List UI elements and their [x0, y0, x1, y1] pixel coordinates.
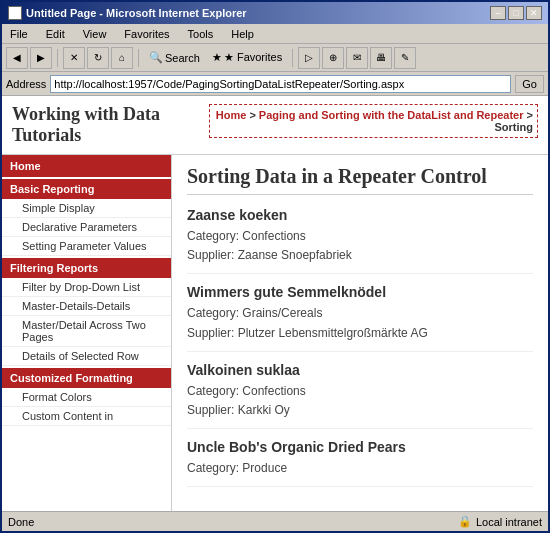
ie-icon: e: [8, 6, 22, 20]
sidebar-section-filtering-reports: Filtering Reports: [2, 258, 171, 278]
menu-file[interactable]: File: [6, 27, 32, 41]
security-icon: 🔒: [458, 515, 472, 528]
sidebar-home[interactable]: Home: [2, 155, 171, 177]
content-area: Working with Data Tutorials Home > Pagin…: [2, 96, 548, 511]
address-label: Address: [6, 78, 46, 90]
menu-view[interactable]: View: [79, 27, 111, 41]
breadcrumb-sep1: >: [249, 109, 258, 121]
media-button[interactable]: ▷: [298, 47, 320, 69]
minimize-button[interactable]: –: [490, 6, 506, 20]
sidebar-item-format-colors[interactable]: Format Colors: [2, 388, 171, 407]
product-1-supplier: Supplier: Zaanse Snoepfabriek: [187, 246, 533, 265]
breadcrumb: Home > Paging and Sorting with the DataL…: [209, 104, 538, 138]
edit-button[interactable]: ✎: [394, 47, 416, 69]
breadcrumb-sep2: >: [527, 109, 533, 121]
address-bar: Address Go: [2, 72, 548, 96]
toolbar-separator-1: [57, 49, 58, 67]
menu-favorites[interactable]: Favorites: [120, 27, 173, 41]
menu-bar: File Edit View Favorites Tools Help: [2, 24, 548, 44]
product-4-category: Category: Produce: [187, 459, 533, 478]
history-button[interactable]: ⊕: [322, 47, 344, 69]
category-label: Category:: [187, 229, 242, 243]
print-button[interactable]: 🖶: [370, 47, 392, 69]
sidebar-item-master-detail-across[interactable]: Master/Detail Across Two Pages: [2, 316, 171, 347]
product-2: Wimmers gute Semmelknödel Category: Grai…: [187, 284, 533, 351]
product-4-name: Uncle Bob's Organic Dried Pears: [187, 439, 533, 455]
forward-button[interactable]: ▶: [30, 47, 52, 69]
back-button[interactable]: ◀: [6, 47, 28, 69]
sidebar-item-details-selected-row[interactable]: Details of Selected Row: [2, 347, 171, 366]
search-button[interactable]: 🔍 Search: [144, 48, 205, 67]
sidebar-item-simple-display[interactable]: Simple Display: [2, 199, 171, 218]
supplier-label-3: Supplier:: [187, 403, 238, 417]
mail-button[interactable]: ✉: [346, 47, 368, 69]
category-label-2: Category:: [187, 306, 242, 320]
sidebar-item-master-details[interactable]: Master-Details-Details: [2, 297, 171, 316]
favorites-button[interactable]: ★ ★ Favorites: [207, 48, 287, 67]
toolbar: ◀ ▶ ✕ ↻ ⌂ 🔍 Search ★ ★ Favorites ▷ ⊕ ✉ 🖶…: [2, 44, 548, 72]
product-3-supplier: Supplier: Karkki Oy: [187, 401, 533, 420]
supplier-label-2: Supplier:: [187, 326, 238, 340]
page-body: Home Basic Reporting Simple Display Decl…: [2, 155, 548, 511]
main-article: Sorting Data in a Repeater Control Zaans…: [172, 155, 548, 511]
window-controls: – □ ✕: [490, 6, 542, 20]
toolbar-separator-3: [292, 49, 293, 67]
status-bar: Done 🔒 Local intranet: [2, 511, 548, 531]
go-button[interactable]: Go: [515, 75, 544, 93]
sidebar-item-custom-content[interactable]: Custom Content in: [2, 407, 171, 426]
product-1: Zaanse koeken Category: Confections Supp…: [187, 207, 533, 274]
site-title: Working with Data Tutorials: [12, 104, 209, 146]
product-3-name: Valkoinen suklaa: [187, 362, 533, 378]
sidebar-section-basic-reporting: Basic Reporting: [2, 179, 171, 199]
product-3-category: Category: Confections: [187, 382, 533, 401]
sidebar: Home Basic Reporting Simple Display Decl…: [2, 155, 172, 511]
product-2-name: Wimmers gute Semmelknödel: [187, 284, 533, 300]
refresh-button[interactable]: ↻: [87, 47, 109, 69]
menu-tools[interactable]: Tools: [184, 27, 218, 41]
sidebar-item-filter-dropdown[interactable]: Filter by Drop-Down List: [2, 278, 171, 297]
status-text: Done: [8, 516, 454, 528]
close-button[interactable]: ✕: [526, 6, 542, 20]
zone-text: Local intranet: [476, 516, 542, 528]
menu-help[interactable]: Help: [227, 27, 258, 41]
search-icon: 🔍: [149, 51, 163, 64]
breadcrumb-home[interactable]: Home: [216, 109, 247, 121]
stop-button[interactable]: ✕: [63, 47, 85, 69]
status-right: 🔒 Local intranet: [458, 515, 542, 528]
site-header: Working with Data Tutorials Home > Pagin…: [2, 96, 548, 155]
article-title: Sorting Data in a Repeater Control: [187, 165, 533, 195]
toolbar-separator-2: [138, 49, 139, 67]
product-2-supplier: Supplier: Plutzer Lebensmittelgroßmärkte…: [187, 324, 533, 343]
breadcrumb-section[interactable]: Paging and Sorting with the DataList and…: [259, 109, 524, 121]
sidebar-item-declarative-parameters[interactable]: Declarative Parameters: [2, 218, 171, 237]
breadcrumb-current: Sorting: [495, 121, 534, 133]
sidebar-item-setting-parameter-values[interactable]: Setting Parameter Values: [2, 237, 171, 256]
address-input[interactable]: [50, 75, 511, 93]
product-4: Uncle Bob's Organic Dried Pears Category…: [187, 439, 533, 487]
window-title: Untitled Page - Microsoft Internet Explo…: [26, 7, 247, 19]
title-bar: e Untitled Page - Microsoft Internet Exp…: [2, 2, 548, 24]
sidebar-section-customized-formatting: Customized Formatting: [2, 368, 171, 388]
title-bar-left: e Untitled Page - Microsoft Internet Exp…: [8, 6, 247, 20]
product-2-category: Category: Grains/Cereals: [187, 304, 533, 323]
browser-window: e Untitled Page - Microsoft Internet Exp…: [0, 0, 550, 533]
category-label-4: Category:: [187, 461, 242, 475]
product-3: Valkoinen suklaa Category: Confections S…: [187, 362, 533, 429]
supplier-label: Supplier:: [187, 248, 238, 262]
product-1-name: Zaanse koeken: [187, 207, 533, 223]
category-label-3: Category:: [187, 384, 242, 398]
maximize-button[interactable]: □: [508, 6, 524, 20]
favorites-icon: ★: [212, 51, 222, 64]
home-button[interactable]: ⌂: [111, 47, 133, 69]
menu-edit[interactable]: Edit: [42, 27, 69, 41]
product-1-category: Category: Confections: [187, 227, 533, 246]
